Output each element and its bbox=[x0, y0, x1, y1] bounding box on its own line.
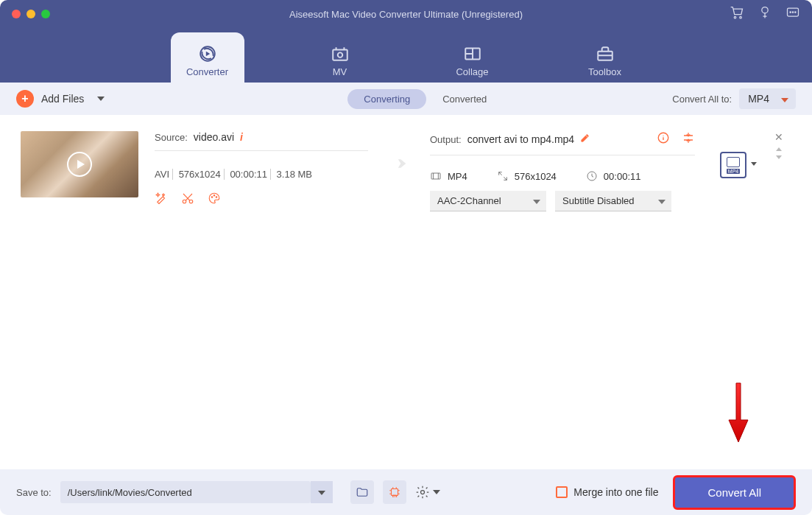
tab-mv-label: MV bbox=[333, 66, 347, 77]
item-side-controls: ✕ bbox=[772, 131, 786, 159]
svg-point-5 bbox=[792, 12, 793, 13]
save-path-dropdown[interactable]: /Users/link/Movies/Converted bbox=[60, 481, 311, 503]
plus-icon: + bbox=[16, 90, 34, 108]
svg-point-16 bbox=[213, 195, 215, 197]
titlebar: Aiseesoft Mac Video Converter Ultimate (… bbox=[0, 0, 812, 28]
titlebar-actions bbox=[730, 5, 800, 23]
edit-icon[interactable] bbox=[580, 133, 590, 146]
close-window-icon[interactable] bbox=[12, 10, 21, 18]
svg-rect-9 bbox=[333, 49, 347, 60]
output-duration: 00:00:11 bbox=[604, 171, 641, 182]
play-icon bbox=[67, 152, 92, 177]
source-resolution: 576x1024 bbox=[176, 169, 225, 180]
window-controls bbox=[12, 10, 50, 18]
cart-icon[interactable] bbox=[730, 5, 744, 23]
main-nav: Converter MV Collage Toolbox bbox=[0, 28, 812, 83]
open-folder-button[interactable] bbox=[350, 480, 374, 504]
output-resolution-cell: 576x1024 bbox=[497, 170, 557, 182]
output-duration-cell: 00:00:11 bbox=[586, 170, 641, 182]
palette-icon[interactable] bbox=[208, 192, 221, 208]
chevron-down-icon bbox=[751, 162, 757, 166]
svg-point-4 bbox=[790, 12, 791, 13]
output-resolution: 576x1024 bbox=[515, 171, 557, 182]
save-to-label: Save to: bbox=[16, 487, 52, 498]
merge-label: Merge into one file bbox=[573, 486, 658, 498]
media-info-icon[interactable] bbox=[657, 131, 670, 147]
tab-converter[interactable]: Converter bbox=[171, 32, 244, 83]
add-files-dropdown-icon[interactable] bbox=[97, 97, 105, 101]
cut-icon[interactable] bbox=[181, 192, 194, 208]
tab-collage[interactable]: Collage bbox=[436, 32, 509, 83]
svg-point-15 bbox=[211, 197, 213, 198]
film-icon bbox=[727, 157, 740, 167]
tab-converter-label: Converter bbox=[186, 66, 228, 77]
annotation-arrow-icon bbox=[724, 379, 753, 449]
chevron-down-icon bbox=[433, 490, 440, 494]
maximize-window-icon[interactable] bbox=[41, 10, 50, 18]
convert-all-to-label: Convert All to: bbox=[672, 94, 732, 105]
output-label: Output: bbox=[430, 134, 462, 145]
segment-converting[interactable]: Converting bbox=[347, 89, 426, 109]
convert-all-button[interactable]: Convert All bbox=[673, 475, 796, 510]
tab-mv[interactable]: MV bbox=[303, 32, 377, 83]
compress-icon[interactable] bbox=[682, 131, 695, 147]
svg-point-23 bbox=[420, 491, 424, 494]
bottom-bar: Save to: /Users/link/Movies/Converted ON… bbox=[0, 469, 812, 515]
output-format-cell: MP4 bbox=[430, 170, 467, 182]
audio-dropdown[interactable]: AAC-2Channel bbox=[430, 191, 546, 211]
toolbar: + Add Files Converting Converted Convert… bbox=[0, 83, 812, 115]
key-icon[interactable] bbox=[758, 5, 772, 23]
source-format: AVI bbox=[155, 169, 173, 180]
svg-point-10 bbox=[337, 52, 342, 57]
convert-all-to: Convert All to: MP4 bbox=[672, 88, 796, 109]
svg-point-2 bbox=[762, 7, 768, 13]
target-format-dropdown[interactable]: MP4 bbox=[739, 88, 796, 109]
svg-point-6 bbox=[795, 12, 796, 13]
svg-point-14 bbox=[189, 200, 193, 203]
svg-rect-19 bbox=[431, 173, 440, 179]
svg-marker-8 bbox=[205, 51, 209, 56]
checkbox-icon bbox=[556, 486, 568, 498]
video-thumbnail[interactable] bbox=[21, 131, 138, 197]
info-icon[interactable]: i bbox=[240, 131, 243, 143]
source-filename: video.avi bbox=[194, 131, 234, 143]
svg-point-17 bbox=[216, 197, 217, 198]
chevron-down-icon bbox=[318, 491, 325, 495]
svg-point-13 bbox=[183, 200, 186, 203]
svg-text:ON: ON bbox=[392, 494, 397, 498]
output-format: MP4 bbox=[448, 171, 467, 182]
format-tag: MP4 bbox=[727, 169, 740, 174]
feedback-icon[interactable] bbox=[785, 5, 800, 23]
subtitle-dropdown[interactable]: Subtitle Disabled bbox=[555, 191, 671, 211]
segment-converted[interactable]: Converted bbox=[426, 89, 503, 109]
file-item: Source: video.avi i AVI 576x1024 00:00:1… bbox=[0, 115, 812, 228]
source-label: Source: bbox=[155, 132, 188, 143]
source-duration: 00:00:11 bbox=[227, 169, 271, 180]
merge-checkbox[interactable]: Merge into one file bbox=[556, 486, 658, 498]
tab-toolbox-label: Toolbox bbox=[588, 66, 621, 77]
format-selector[interactable]: MP4 bbox=[711, 131, 755, 178]
hardware-accel-button[interactable]: ON bbox=[383, 480, 406, 504]
source-column: Source: video.avi i AVI 576x1024 00:00:1… bbox=[155, 131, 368, 208]
save-path-value: /Users/link/Movies/Converted bbox=[68, 487, 192, 498]
move-down-icon[interactable] bbox=[776, 155, 782, 159]
app-title: Aiseesoft Mac Video Converter Ultimate (… bbox=[289, 9, 523, 20]
wand-icon[interactable] bbox=[155, 192, 168, 208]
move-up-icon[interactable] bbox=[776, 147, 782, 151]
add-files-label: Add Files bbox=[41, 93, 84, 105]
svg-point-0 bbox=[734, 16, 736, 18]
remove-item-icon[interactable]: ✕ bbox=[774, 131, 783, 143]
tab-collage-label: Collage bbox=[456, 66, 488, 77]
source-size: 3.18 MB bbox=[274, 169, 315, 180]
output-column: Output: convert avi to mp4.mp4 MP4 576x1… bbox=[430, 131, 695, 211]
tab-toolbox[interactable]: Toolbox bbox=[568, 32, 642, 83]
arrow-icon bbox=[384, 131, 414, 174]
edit-tools bbox=[155, 192, 368, 208]
status-segment: Converting Converted bbox=[347, 89, 503, 109]
source-meta: AVI 576x1024 00:00:11 3.18 MB bbox=[155, 169, 368, 180]
output-filename: convert avi to mp4.mp4 bbox=[467, 133, 575, 145]
minimize-window-icon[interactable] bbox=[27, 10, 35, 18]
add-files-button[interactable]: + Add Files bbox=[16, 90, 105, 108]
settings-button[interactable] bbox=[415, 485, 440, 500]
svg-point-1 bbox=[740, 16, 742, 18]
